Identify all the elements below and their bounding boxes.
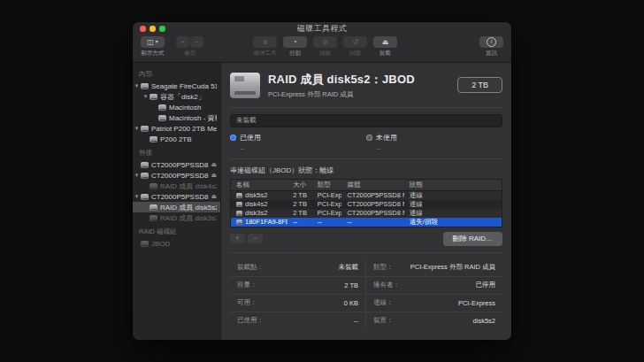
info-mount-point: 裝載點： 未裝載 xyxy=(230,259,366,277)
column-header-media[interactable]: 媒體 xyxy=(341,181,403,189)
usage-legend: 已使用 -- 未使用 -- xyxy=(230,133,502,152)
sidebar-item-jbod[interactable]: JBOD xyxy=(133,238,220,249)
column-header-status[interactable]: 狀態 xyxy=(404,181,502,189)
sidebar-item-ct2000-1[interactable]: CT2000P5PSSD8… ⏏ xyxy=(133,159,220,170)
toolbar-info-group: i 資訊 xyxy=(479,36,503,58)
device-header: RAID 成員 disk5s2：JBOD PCI-Express 外部 RAID… xyxy=(230,72,502,99)
info-type: 類型： PCI-Express 外部 RAID 成員 xyxy=(366,259,502,277)
delete-raid-button[interactable]: 刪除 RAID… xyxy=(443,232,502,246)
legend-used: 已使用 -- xyxy=(230,133,366,152)
usage-bar-state: 未裝載 xyxy=(236,116,257,125)
internal-drive-icon xyxy=(141,126,149,132)
sidebar-item-raid-member-disk3s2[interactable]: RAID 成員 disk3s2：J… xyxy=(133,212,220,223)
sidebar-section-external: 外接 xyxy=(133,144,220,159)
eject-icon[interactable]: ⏏ xyxy=(209,172,217,179)
status-cell: 連線 xyxy=(404,209,502,218)
sidebar-section-raid-sets: RAID 磁碟組 xyxy=(133,223,220,238)
info-grid: 裝載點： 未裝載 類型： PCI-Express 外部 RAID 成員 容量： … xyxy=(230,259,502,329)
first-aid-icon[interactable]: ⊕ xyxy=(253,36,277,48)
eject-icon[interactable]: ⏏ xyxy=(209,161,217,168)
table-header-row: 名稱 大小 類型 媒體 狀態 xyxy=(231,180,502,191)
divider xyxy=(230,252,502,253)
info-icon: i xyxy=(487,37,496,47)
info-connection: 連線： PCI-Express xyxy=(366,295,502,312)
disclosure-triangle-icon[interactable]: ▾ xyxy=(133,193,141,200)
drive-icon xyxy=(236,220,242,225)
info-available: 可用： 0 KB xyxy=(230,295,366,312)
volume-icon xyxy=(158,104,166,111)
sidebar-item-ct2000-2[interactable]: ▾ CT2000P5PSSD8… ⏏ xyxy=(133,170,220,181)
container-icon xyxy=(150,94,157,100)
sidebar-item-patriot-p200[interactable]: ▾ Patriot P200 2TB Me… xyxy=(133,123,220,134)
size-badge: 2 TB xyxy=(457,77,502,93)
sidebar-item-raid-member-disk4s2[interactable]: RAID 成員 disk4s2… xyxy=(133,181,220,191)
window-title: 磁碟工具程式 xyxy=(297,23,347,35)
titlebar: 磁碟工具程式 xyxy=(133,22,511,35)
legend-unused: 未使用 -- xyxy=(366,133,502,152)
close-window-button[interactable] xyxy=(140,26,146,32)
disclosure-triangle-icon[interactable]: ▾ xyxy=(142,93,150,100)
column-header-name[interactable]: 名稱 xyxy=(231,181,288,189)
drive-icon xyxy=(236,202,242,207)
table-row-missing-member-selected[interactable]: 180F1FA9-8FD6-45… -- -- -- 遺失/損毀 xyxy=(231,218,502,227)
status-cell: 遺失/損毀 xyxy=(404,218,502,227)
sidebar-item-raid-member-disk5s2-selected[interactable]: RAID 成員 disk5s2… xyxy=(133,202,220,212)
sidebar-view-icon: ◫ xyxy=(147,39,154,46)
mount-icon[interactable]: ⏏ xyxy=(373,36,397,48)
raid-members-table: 名稱 大小 類型 媒體 狀態 disk5s2 2 TB PCI-Expr… CT… xyxy=(230,179,502,227)
volume-icon xyxy=(158,115,166,121)
disclosure-triangle-icon[interactable]: ▾ xyxy=(133,82,141,89)
view-mode-label: 顯示方式 xyxy=(142,50,165,58)
legend-used-label: 已使用 xyxy=(240,133,261,142)
add-volume-button[interactable]: + xyxy=(176,36,189,48)
device-subtitle: PCI-Express 外部 RAID 成員 xyxy=(268,90,415,99)
restore-label: 回復 xyxy=(349,50,361,58)
toolbar-partition-group: ◔ 分割 xyxy=(283,36,307,58)
sidebar-item-p200-2tb[interactable]: P200 2TB xyxy=(133,134,220,144)
volume-icon xyxy=(150,136,157,142)
toolbar-restore-group: ↺ 回復 xyxy=(343,36,367,58)
usage-bar: 未裝載 xyxy=(230,114,502,127)
first-aid-label: 修理工具 xyxy=(254,50,277,58)
disclosure-triangle-icon[interactable]: ▾ xyxy=(133,172,141,179)
erase-icon[interactable]: ⊘ xyxy=(313,36,337,48)
restore-icon[interactable]: ↺ xyxy=(343,36,367,48)
partition-label: 分割 xyxy=(289,50,301,58)
info-capacity: 容量： 2 TB xyxy=(230,277,366,295)
minimize-window-button[interactable] xyxy=(150,26,156,32)
sidebar-item-macintosh[interactable]: Macintosh xyxy=(133,102,220,112)
raid-member-icon xyxy=(150,204,157,211)
external-drive-icon xyxy=(141,162,149,168)
toolbar-view-group: ◫ ▾ 顯示方式 xyxy=(141,36,165,58)
drive-icon xyxy=(236,193,242,198)
info-button[interactable]: i xyxy=(479,36,503,48)
table-row-disk4s2[interactable]: disk4s2 2 TB PCI-Expr… CT2000P5PSSD8 Med… xyxy=(231,200,502,209)
column-header-type[interactable]: 類型 xyxy=(312,181,342,189)
mount-label: 裝載 xyxy=(380,50,391,58)
raid-member-icon xyxy=(150,183,157,189)
used-dot-icon xyxy=(230,135,236,141)
sidebar-item-ct2000-3[interactable]: ▾ CT2000P5PSSD8… ⏏ xyxy=(133,191,220,202)
view-mode-button[interactable]: ◫ ▾ xyxy=(141,36,165,48)
table-row-disk5s2[interactable]: disk5s2 2 TB PCI-Expr… CT2000P5PSSD8 Med… xyxy=(231,191,502,200)
column-header-size[interactable]: 大小 xyxy=(288,181,312,189)
erase-label: 清除 xyxy=(319,50,331,58)
table-row-disk3s2[interactable]: disk3s2 2 TB PCI-Expr… CT2000P5PSSD8 Med… xyxy=(231,209,502,218)
toolbar-first-aid-group: ⊕ 修理工具 xyxy=(253,36,277,58)
table-actions: + − 刪除 RAID… xyxy=(230,232,502,246)
disclosure-triangle-icon[interactable]: ▾ xyxy=(133,125,141,132)
eject-icon[interactable]: ⏏ xyxy=(209,193,217,200)
disk-utility-window: 磁碟工具程式 ◫ ▾ 顯示方式 + − 卷宗 ⊕ 修理工具 ◔ 分割 ⊘ xyxy=(133,22,511,340)
partition-icon[interactable]: ◔ xyxy=(283,36,307,48)
raid-member-icon xyxy=(150,215,157,221)
zoom-window-button[interactable] xyxy=(159,26,165,32)
raid-set-caption: 串連磁碟組（JBOD）狀態：離線 xyxy=(230,166,502,175)
sidebar-item-macintosh-data[interactable]: Macintosh - 資料 xyxy=(133,112,220,123)
sidebar-item-seagate-firecuda[interactable]: ▾ Seagate FireCuda 51… xyxy=(133,81,220,91)
remove-volume-button[interactable]: − xyxy=(190,36,203,48)
external-drive-icon xyxy=(141,194,149,200)
add-member-button[interactable]: + xyxy=(230,234,245,243)
sidebar-item-container-disk2[interactable]: ▾ 容器「disk2」 xyxy=(133,91,220,102)
remove-member-button[interactable]: − xyxy=(248,234,263,243)
sidebar: 內部 ▾ Seagate FireCuda 51… ▾ 容器「disk2」 Ma… xyxy=(133,63,221,340)
